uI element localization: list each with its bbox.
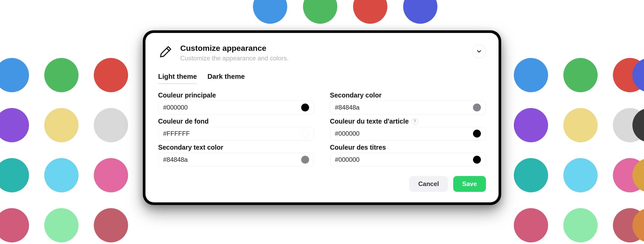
bg-dot [563,58,598,92]
color-swatch[interactable] [301,130,309,138]
tab-dark-theme[interactable]: Dark theme [207,72,245,84]
color-swatch[interactable] [301,156,309,164]
panel-subtitle: Customize the appearance and colors. [180,55,465,62]
bg-dot [94,158,128,192]
field-article-text-color: Couleur du texte d'article ? [330,118,486,140]
chevron-down-icon [476,48,482,55]
field-background-color: Couleur de fond [158,118,314,140]
color-swatch[interactable] [473,104,481,111]
secondary-text-color-input[interactable] [163,156,298,163]
color-input-row[interactable] [330,127,486,140]
bg-dot [94,58,128,92]
field-label: Couleur des titres [330,144,486,151]
panel-header: Customize appearance Customize the appea… [158,43,486,62]
field-label: Couleur principale [158,91,314,99]
field-titles-color: Couleur des titres [330,144,486,167]
bg-dot [44,58,79,92]
titles-color-input[interactable] [335,156,470,163]
bg-dot [514,108,548,142]
panel-title: Customize appearance [180,43,465,53]
color-input-row[interactable] [330,153,486,167]
modal-device-frame: Customize appearance Customize the appea… [143,30,501,205]
color-input-row[interactable] [330,101,486,114]
field-label: Secondary text color [158,144,314,151]
bg-dot [253,0,287,24]
color-input-row[interactable] [158,153,314,167]
tab-light-theme[interactable]: Light theme [158,72,197,84]
color-swatch[interactable] [473,156,481,164]
bg-dot [94,108,128,142]
color-swatch[interactable] [301,104,309,111]
secondary-color-input[interactable] [335,104,470,111]
bg-dot [303,0,337,24]
bg-dot [514,158,548,192]
bg-dot [514,208,548,242]
collapse-toggle[interactable] [472,45,486,58]
field-secondary-text-color: Secondary text color [158,144,314,167]
brush-icon [158,45,173,59]
panel-footer: Cancel Save [158,176,486,192]
field-label: Couleur de fond [158,118,314,125]
field-label: Secondary color [330,91,486,99]
background-color-input[interactable] [163,130,298,137]
bg-dot [514,58,548,92]
bg-dot [44,158,79,192]
primary-color-input[interactable] [163,104,298,111]
cancel-button[interactable]: Cancel [409,176,448,192]
bg-dot [44,108,79,142]
help-icon[interactable]: ? [411,118,418,125]
bg-dot [353,0,387,24]
article-text-color-input[interactable] [335,130,470,137]
field-secondary-color: Secondary color [330,91,486,114]
bg-dot [563,208,598,242]
color-fields-grid: Couleur principale Secondary color Coule… [158,91,486,167]
color-swatch[interactable] [473,130,481,138]
bg-dot [0,208,29,242]
bg-dot [0,158,29,192]
theme-tabs: Light theme Dark theme [158,72,486,84]
bg-dot [563,108,598,142]
field-label: Couleur du texte d'article [330,118,409,125]
bg-dot [0,108,29,142]
save-button[interactable]: Save [453,176,486,192]
bg-dot [0,58,29,92]
color-input-row[interactable] [158,101,314,114]
bg-dot [563,158,598,192]
bg-dot [44,208,79,242]
bg-dot [94,208,128,242]
bg-dot [403,0,437,24]
field-primary-color: Couleur principale [158,91,314,114]
color-input-row[interactable] [158,127,314,140]
customize-appearance-panel: Customize appearance Customize the appea… [145,33,499,202]
